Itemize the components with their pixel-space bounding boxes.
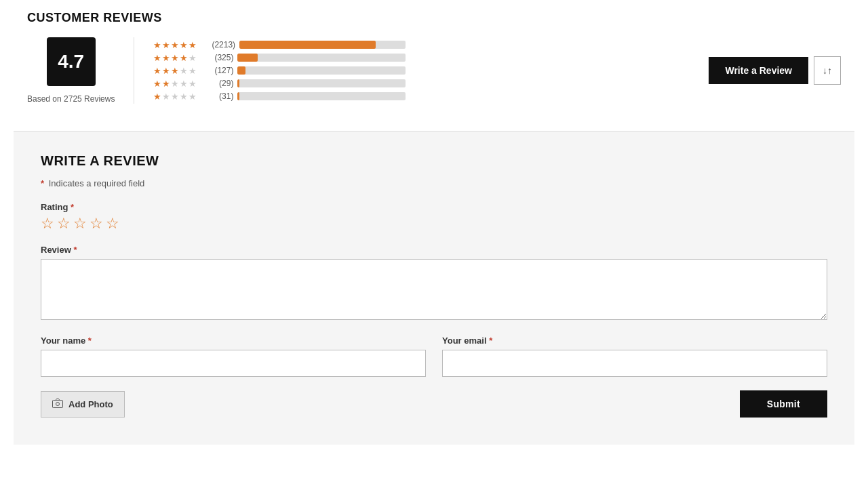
star: ★ (171, 79, 179, 89)
stars-5: ★ ★ ★ ★ ★ (153, 40, 208, 50)
star: ★ (189, 53, 197, 63)
stars-4: ★ ★ ★ ★ ★ (153, 53, 208, 63)
vertical-divider (134, 37, 134, 104)
star-3-button[interactable]: ☆ (73, 216, 87, 231)
star: ★ (180, 66, 188, 76)
rating-bar-row-4: ★ ★ ★ ★ ★ (325) (153, 53, 406, 63)
bar-count-5: (2213) (212, 40, 235, 49)
add-photo-button[interactable]: Add Photo (41, 391, 125, 418)
star: ★ (189, 66, 197, 76)
star-2-button[interactable]: ☆ (57, 216, 71, 231)
stars-3: ★ ★ ★ ★ ★ (153, 66, 208, 76)
form-actions: Add Photo Submit (41, 390, 827, 418)
bar-count-3: (127) (212, 66, 233, 75)
bar-track-1 (237, 92, 406, 100)
email-required-star: * (489, 336, 492, 346)
star-5-button[interactable]: ☆ (106, 216, 119, 231)
review-textarea[interactable] (41, 259, 827, 320)
star: ★ (180, 40, 188, 50)
actions-area: Write a Review ↓↑ (709, 56, 841, 85)
add-photo-label: Add Photo (68, 399, 113, 409)
star: ★ (180, 79, 188, 89)
star: ★ (153, 79, 161, 89)
write-review-section: WRITE A REVIEW * Indicates a required fi… (14, 131, 854, 445)
bar-count-2: (29) (212, 79, 233, 88)
rating-required-star: * (71, 202, 74, 212)
bar-fill-1 (237, 92, 239, 100)
stars-2: ★ ★ ★ ★ ★ (153, 79, 208, 89)
review-label: Review * (41, 245, 827, 255)
rating-bar-row-3: ★ ★ ★ ★ ★ (127) (153, 66, 406, 76)
email-input[interactable] (442, 350, 827, 377)
name-col: Your name * (41, 336, 426, 377)
score-badge: 4.7 (47, 37, 96, 86)
star: ★ (162, 53, 170, 63)
write-review-title: WRITE A REVIEW (41, 153, 827, 169)
bar-fill-3 (237, 66, 245, 75)
required-asterisk: * (41, 178, 44, 188)
svg-point-1 (56, 402, 60, 405)
sort-button[interactable]: ↓↑ (814, 56, 841, 85)
name-label: Your name * (41, 336, 426, 346)
email-col: Your email * (442, 336, 827, 377)
star: ★ (189, 40, 197, 50)
rating-score-box: 4.7 Based on 2725 Reviews (27, 37, 131, 104)
section-title: CUSTOMER REVIEWS (27, 11, 841, 25)
svg-rect-0 (53, 400, 63, 407)
bar-count-1: (31) (212, 92, 233, 101)
bar-count-4: (325) (212, 53, 233, 62)
star: ★ (162, 66, 170, 76)
star: ★ (171, 92, 179, 102)
rating-label: Rating * (41, 202, 827, 212)
rating-bars: ★ ★ ★ ★ ★ (2213) ★ ★ ★ (137, 40, 422, 102)
review-required-star: * (73, 245, 77, 255)
star-4-button[interactable]: ☆ (90, 216, 103, 231)
star: ★ (153, 92, 161, 102)
name-input[interactable] (41, 350, 426, 377)
submit-button[interactable]: Submit (740, 390, 827, 418)
star: ★ (153, 40, 161, 50)
star: ★ (171, 40, 179, 50)
name-email-row: Your name * Your email * (41, 336, 827, 377)
star: ★ (189, 92, 197, 102)
based-on-text: Based on 2725 Reviews (27, 94, 115, 104)
bar-track-4 (237, 54, 406, 62)
review-form-group: Review * (41, 245, 827, 322)
write-review-button[interactable]: Write a Review (709, 57, 808, 84)
star-1-button[interactable]: ☆ (41, 216, 54, 231)
star: ★ (162, 40, 170, 50)
name-required-star: * (88, 336, 92, 346)
rating-stars-input[interactable]: ☆ ☆ ☆ ☆ ☆ (41, 216, 827, 231)
star: ★ (153, 53, 161, 63)
required-note-text: Indicates a required field (49, 178, 145, 188)
bar-fill-2 (237, 79, 239, 87)
bar-track-5 (239, 41, 406, 49)
bar-fill-4 (237, 54, 258, 62)
rating-bar-row-2: ★ ★ ★ ★ ★ (29) (153, 79, 406, 89)
stars-1: ★ ★ ★ ★ ★ (153, 92, 208, 102)
star: ★ (180, 53, 188, 63)
customer-reviews-section: CUSTOMER REVIEWS 4.7 Based on 2725 Revie… (14, 0, 854, 117)
photo-icon (52, 399, 63, 410)
required-note: * Indicates a required field (41, 178, 827, 188)
star: ★ (171, 53, 179, 63)
rating-form-group: Rating * ☆ ☆ ☆ ☆ ☆ (41, 202, 827, 231)
star: ★ (162, 79, 170, 89)
rating-bar-row-1: ★ ★ ★ ★ ★ (31) (153, 92, 406, 102)
star: ★ (171, 66, 179, 76)
bar-track-2 (237, 79, 406, 87)
reviews-summary: 4.7 Based on 2725 Reviews ★ ★ ★ ★ ★ (221… (27, 37, 841, 104)
bar-track-3 (237, 66, 406, 75)
email-label: Your email * (442, 336, 827, 346)
star: ★ (180, 92, 188, 102)
star: ★ (162, 92, 170, 102)
star: ★ (189, 79, 197, 89)
rating-bar-row-5: ★ ★ ★ ★ ★ (2213) (153, 40, 406, 50)
star: ★ (153, 66, 161, 76)
bar-fill-5 (239, 41, 376, 49)
